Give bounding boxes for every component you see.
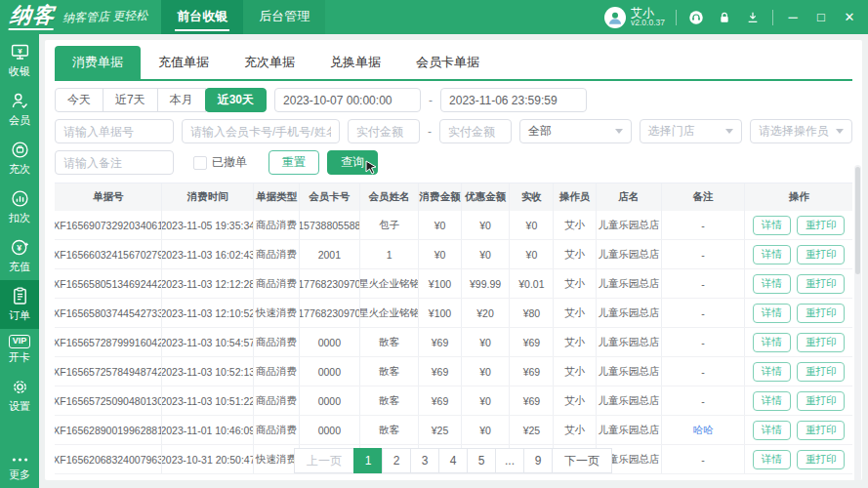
page-button[interactable]: 2 — [382, 448, 411, 473]
order-no-input[interactable] — [55, 119, 174, 143]
recharge-times-icon — [10, 140, 30, 160]
scrollbar-thumb[interactable] — [855, 167, 860, 274]
cell-type: 商品消费 — [254, 211, 300, 239]
detail-button[interactable]: 详情 — [753, 362, 791, 382]
store-select[interactable]: 选择门店 — [640, 119, 742, 143]
orders-clipboard-icon — [10, 286, 30, 306]
prev-page-button[interactable]: 上一页 — [294, 448, 354, 473]
cell-discount: ¥0 — [462, 416, 511, 444]
amount-max-input[interactable] — [439, 119, 512, 143]
cell-actions: 详情 重打印 — [745, 211, 851, 239]
cell-operator: 艾小 — [554, 211, 596, 239]
range-7days-button[interactable]: 近7天 — [103, 88, 158, 112]
next-page-button[interactable]: 下一页 — [552, 448, 612, 473]
type-select[interactable]: 全部 — [519, 119, 632, 143]
sidebar-item-orders[interactable]: 订单 — [0, 280, 39, 329]
page-button[interactable]: 9 — [523, 448, 553, 473]
vip-icon: VIP — [9, 335, 31, 348]
avatar[interactable] — [604, 7, 626, 28]
sidebar-item-more[interactable]: 更多 — [0, 448, 39, 488]
sidebar-item-vip-card[interactable]: VIP 开卡 — [0, 329, 39, 371]
sidebar-label: 充次 — [9, 162, 30, 177]
tab-exchange-orders[interactable]: 兑换单据 — [312, 46, 398, 79]
reprint-button[interactable]: 重打印 — [797, 421, 846, 440]
cell-store: 儿童乐园总店 — [597, 211, 662, 239]
reset-button[interactable]: 重置 — [269, 150, 319, 175]
search-button[interactable]: 查询 — [327, 150, 378, 175]
nav-tab-front-cashier[interactable]: 前台收银 — [161, 0, 243, 34]
chevron-down-icon — [615, 129, 623, 134]
cell-operator: 艾小 — [554, 269, 596, 298]
sidebar-item-deduct-times[interactable]: 扣次 — [0, 183, 39, 231]
page-button[interactable]: 4 — [438, 448, 468, 473]
sidebar-label: 收银 — [9, 64, 30, 79]
page-button[interactable]: 5 — [467, 448, 496, 473]
cell-discount: ¥0 — [462, 211, 511, 239]
divider — [772, 10, 773, 25]
range-month-button[interactable]: 本月 — [157, 88, 206, 112]
detail-button[interactable]: 详情 — [753, 304, 791, 323]
range-30days-button[interactable]: 近30天 — [205, 88, 267, 112]
reprint-button[interactable]: 重打印 — [797, 304, 846, 323]
amount-min-input[interactable] — [348, 119, 420, 143]
date-to-input[interactable] — [440, 88, 587, 112]
scrollbar-track[interactable] — [854, 165, 861, 480]
sidebar-item-recharge-times[interactable]: 充次 — [0, 134, 39, 183]
remark-input[interactable] — [55, 150, 174, 175]
col-name: 会员姓名 — [360, 183, 419, 211]
reprint-button[interactable]: 重打印 — [797, 274, 846, 294]
close-button[interactable]: ✕ — [841, 9, 858, 26]
tab-member-card-orders[interactable]: 会员卡单据 — [398, 46, 497, 79]
maximize-button[interactable]: □ — [812, 9, 830, 26]
cell-amount: ¥100 — [419, 299, 461, 327]
date-range-separator: - — [429, 94, 433, 107]
detail-button[interactable]: 详情 — [753, 216, 791, 235]
cell-order-id: XF16565803744542733 — [55, 299, 162, 327]
reprint-button[interactable]: 重打印 — [797, 362, 846, 382]
cell-amount: ¥0 — [419, 211, 461, 239]
reprint-button[interactable]: 重打印 — [797, 391, 846, 411]
sidebar-item-cashier[interactable]: ¥ 收银 — [0, 36, 39, 85]
cell-operator: 艾小 — [554, 357, 596, 386]
table-body: XF16569073292034061 2023-11-05 19:35:34 … — [55, 211, 852, 474]
table-row: XF16565728799916042 2023-11-03 10:54:57 … — [55, 328, 852, 357]
customer-service-icon[interactable] — [687, 9, 705, 26]
tab-consume-orders[interactable]: 消费单据 — [55, 46, 141, 79]
sidebar: ¥ 收银 会员 充次 扣次 ¥ 充值 订单 VIP 开卡 设置 — [0, 34, 39, 488]
lock-icon[interactable] — [716, 9, 733, 26]
detail-button[interactable]: 详情 — [753, 391, 791, 411]
tab-times-orders[interactable]: 充次单据 — [227, 46, 312, 79]
download-icon[interactable] — [744, 9, 762, 26]
detail-button[interactable]: 详情 — [753, 245, 791, 264]
detail-button[interactable]: 详情 — [753, 421, 791, 440]
sidebar-item-settings[interactable]: 设置 — [0, 371, 39, 420]
detail-button[interactable]: 详情 — [753, 274, 791, 294]
cell-name: 包子 — [360, 211, 419, 239]
user-info[interactable]: 艾小 v2.0.0.37 — [604, 7, 665, 28]
sidebar-item-recharge[interactable]: ¥ 充值 — [0, 231, 39, 280]
cancelled-checkbox-label: 已撤单 — [212, 154, 247, 171]
tab-recharge-orders[interactable]: 充值单据 — [141, 46, 227, 79]
page-button[interactable]: 1 — [353, 448, 383, 473]
cancelled-checkbox-wrap[interactable]: 已撤单 — [193, 154, 247, 171]
cell-store: 儿童乐园总店 — [597, 357, 662, 386]
member-search-input[interactable] — [182, 119, 340, 143]
reprint-button[interactable]: 重打印 — [797, 245, 846, 264]
col-actions: 操作 — [745, 183, 851, 211]
cell-time: 2023-11-01 10:46:09 — [162, 416, 254, 444]
detail-button[interactable]: 详情 — [753, 333, 791, 352]
operator-select[interactable]: 请选择操作员 — [750, 119, 852, 143]
minimize-button[interactable]: ─ — [784, 9, 802, 26]
reprint-button[interactable]: 重打印 — [797, 216, 846, 235]
page-button[interactable]: 3 — [410, 448, 439, 473]
nav-tab-backend[interactable]: 后台管理 — [243, 0, 325, 34]
reprint-button[interactable]: 重打印 — [797, 333, 846, 352]
page-button[interactable]: ... — [495, 448, 524, 473]
cancelled-checkbox[interactable] — [193, 156, 207, 170]
range-today-button[interactable]: 今天 — [55, 88, 103, 112]
cell-time: 2023-11-03 10:54:57 — [162, 328, 254, 356]
date-from-input[interactable] — [274, 88, 421, 112]
cell-remark: - — [662, 299, 746, 327]
sidebar-item-member[interactable]: 会员 — [0, 85, 39, 134]
cell-remark: - — [662, 328, 746, 356]
